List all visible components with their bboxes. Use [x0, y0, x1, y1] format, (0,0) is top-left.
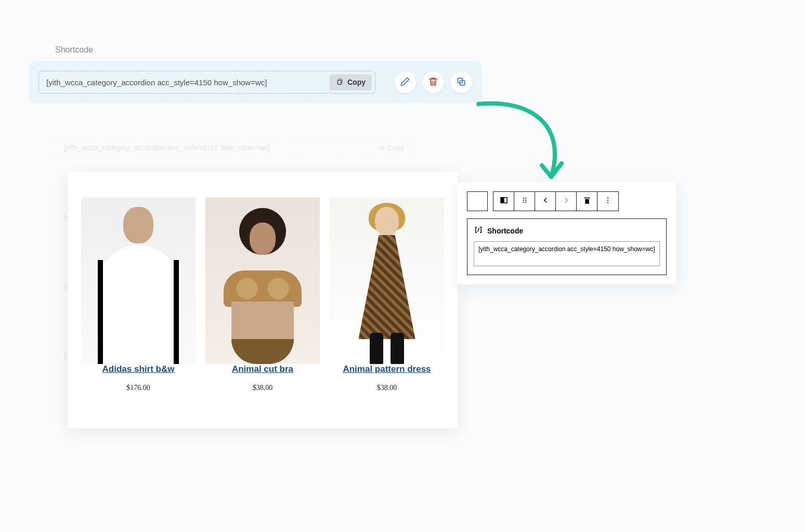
- copy-button-faded: ⧉ Copy: [380, 144, 404, 152]
- copy-button[interactable]: Copy: [330, 74, 372, 90]
- svg-point-13: [525, 202, 526, 203]
- svg-rect-6: [501, 198, 503, 203]
- shortcode-text: [yith_wcca_category_accordion acc_style=…: [46, 78, 324, 87]
- product-title-link[interactable]: Adidas shirt b&w: [102, 364, 175, 374]
- trash-icon: [428, 76, 438, 88]
- clipboard-icon: ⧉: [380, 144, 385, 152]
- svg-point-10: [523, 200, 524, 201]
- copy-button-label: Copy: [347, 78, 366, 86]
- toolbar-more-button[interactable]: [597, 192, 618, 211]
- product-item: Animal pattern dress $38.00: [330, 198, 444, 392]
- svg-point-8: [523, 198, 524, 199]
- product-item: Adidas shirt b&w $176.00: [81, 198, 196, 392]
- toolbar-prev-button[interactable]: [535, 192, 556, 211]
- more-icon: [603, 196, 613, 207]
- svg-point-17: [607, 200, 608, 201]
- product-price: $38.00: [330, 384, 444, 392]
- product-title-link[interactable]: Animal pattern dress: [343, 364, 431, 374]
- product-grid: Adidas shirt b&w $176.00 Animal cut bra …: [68, 172, 458, 429]
- svg-point-18: [607, 202, 608, 203]
- drag-icon: [520, 196, 529, 207]
- svg-point-16: [607, 197, 608, 198]
- block-editor: Shortcode: [458, 182, 676, 284]
- block-heading-label: Shortcode: [487, 227, 523, 235]
- svg-point-9: [525, 198, 526, 199]
- svg-point-11: [525, 200, 526, 201]
- product-item: Animal cut bra $38.00: [205, 198, 320, 392]
- shortcode-panel: [yith_wcca_category_accordion acc_style=…: [29, 61, 482, 103]
- toolbar-layout-button[interactable]: [493, 192, 514, 211]
- pencil-icon: [400, 76, 410, 88]
- chevron-right-icon: [562, 196, 571, 207]
- shortcode-block-icon: [474, 225, 483, 236]
- svg-point-12: [523, 202, 524, 203]
- copy-icon: [456, 76, 466, 88]
- layout-icon: [499, 196, 509, 207]
- duplicate-button[interactable]: [450, 71, 472, 93]
- toolbar-next-button[interactable]: [556, 192, 577, 211]
- product-image[interactable]: [205, 198, 320, 364]
- product-image[interactable]: [81, 198, 196, 364]
- shortcode-text-faded: [yith_wcca_category_accordion acc_style=…: [64, 144, 374, 152]
- product-price: $38.00: [205, 384, 320, 392]
- toolbar-group: [493, 191, 619, 211]
- action-buttons: [394, 71, 472, 93]
- product-title-link[interactable]: Animal cut bra: [232, 364, 293, 374]
- svg-rect-15: [586, 200, 589, 204]
- svg-rect-7: [504, 198, 507, 203]
- shortcode-row-faded: [yith_wcca_category_accordion acc_style=…: [57, 137, 411, 158]
- product-image[interactable]: [330, 198, 444, 364]
- delete-button[interactable]: [422, 71, 444, 93]
- toolbar-column-button[interactable]: [467, 191, 488, 211]
- product-price: $176.00: [81, 384, 196, 392]
- svg-rect-1: [337, 80, 341, 84]
- block-heading: Shortcode: [474, 225, 660, 236]
- align-icon: [582, 196, 592, 207]
- shortcode-textarea[interactable]: [474, 241, 660, 266]
- block-body: Shortcode: [467, 218, 667, 275]
- clipboard-icon: [336, 77, 344, 87]
- edit-button[interactable]: [394, 71, 416, 93]
- toolbar-drag-button[interactable]: [514, 192, 535, 211]
- block-toolbar: [467, 191, 667, 211]
- chevron-left-icon: [541, 196, 550, 207]
- toolbar-align-button[interactable]: [577, 192, 597, 211]
- section-label: Shortcode: [55, 45, 93, 55]
- shortcode-field: [yith_wcca_category_accordion acc_style=…: [38, 71, 375, 94]
